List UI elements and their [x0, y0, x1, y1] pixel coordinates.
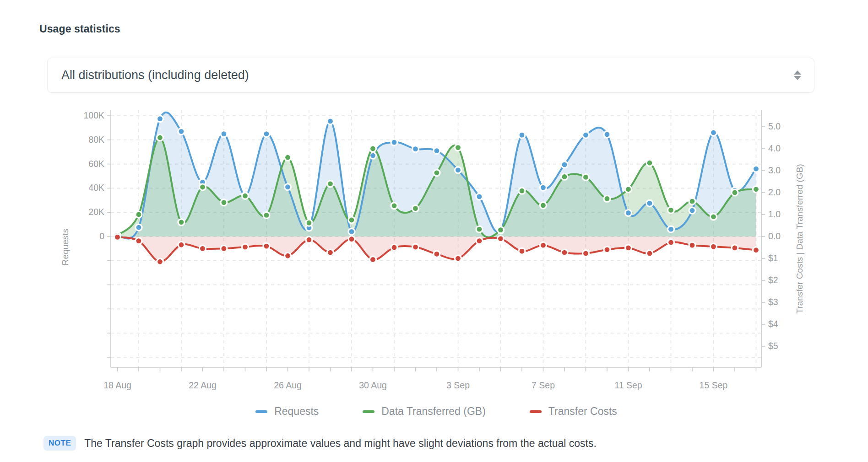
x-axis-tick-label: 7 Sep — [532, 380, 555, 390]
requests-point[interactable] — [625, 210, 632, 216]
transfer-costs-point[interactable] — [646, 250, 653, 257]
transfer-costs-point[interactable] — [561, 249, 568, 256]
data-transferred-gb--point[interactable] — [412, 205, 419, 212]
requests-point[interactable] — [476, 193, 483, 200]
data-transferred-gb--point[interactable] — [285, 154, 291, 161]
transfer-costs-point[interactable] — [242, 244, 249, 250]
transfer-costs-point[interactable] — [732, 245, 738, 251]
transfer-costs-point[interactable] — [498, 236, 504, 242]
data-transferred-gb--point[interactable] — [242, 193, 249, 199]
data-transferred-gb--point[interactable] — [434, 170, 440, 176]
chart-canvas: 100K80K60K40K20K05.04.03.02.01.00.0$1$2$… — [0, 0, 868, 398]
transfer-costs-point[interactable] — [136, 238, 142, 244]
requests-point[interactable] — [519, 132, 525, 138]
transfer-costs-point[interactable] — [711, 243, 717, 250]
data-transferred-gb--point[interactable] — [200, 184, 206, 190]
data-transferred-gb--point[interactable] — [519, 188, 525, 194]
transfer-costs-point[interactable] — [370, 256, 376, 263]
right-axis-cost-tick-label: $5 — [768, 341, 778, 351]
transfer-costs-point[interactable] — [476, 238, 483, 244]
requests-point[interactable] — [646, 200, 653, 206]
transfer-costs-point[interactable] — [221, 245, 227, 252]
legend-item-data-transferred[interactable]: Data Transferred (GB) — [363, 405, 486, 418]
transfer-costs-point[interactable] — [583, 250, 589, 257]
requests-point[interactable] — [327, 118, 334, 124]
x-axis-tick-label: 26 Aug — [274, 380, 302, 390]
data-transferred-gb--point[interactable] — [455, 145, 461, 151]
requests-point[interactable] — [540, 184, 547, 191]
data-transferred-gb--point[interactable] — [561, 173, 568, 180]
requests-point[interactable] — [136, 224, 142, 231]
transfer-costs-point[interactable] — [519, 248, 525, 254]
data-transferred-gb--point[interactable] — [498, 227, 504, 233]
requests-point[interactable] — [561, 161, 568, 168]
transfer-costs-point[interactable] — [668, 239, 674, 246]
data-transferred-gb--point[interactable] — [732, 189, 738, 196]
transfer-costs-point[interactable] — [455, 255, 461, 262]
data-transferred-gb--point[interactable] — [646, 160, 653, 166]
left-axis-tick-label: 20K — [88, 207, 104, 217]
requests-point[interactable] — [221, 131, 227, 137]
requests-point[interactable] — [753, 166, 760, 172]
requests-point[interactable] — [668, 226, 674, 232]
data-transferred-gb--point[interactable] — [711, 214, 717, 220]
data-transferred-gb--point[interactable] — [689, 198, 695, 204]
data-transferred-gb--point[interactable] — [604, 195, 610, 202]
transfer-costs-point[interactable] — [753, 247, 760, 253]
data-transferred-gb--point[interactable] — [178, 219, 184, 226]
transfer-costs-point[interactable] — [263, 243, 270, 249]
data-transferred-gb--point[interactable] — [753, 186, 760, 193]
data-transferred-legend-label: Data Transferred (GB) — [381, 405, 486, 418]
requests-point[interactable] — [412, 146, 419, 152]
transfer-costs-point[interactable] — [540, 242, 547, 248]
requests-point[interactable] — [285, 184, 291, 190]
data-transferred-gb--point[interactable] — [157, 134, 163, 141]
transfer-costs-point[interactable] — [604, 247, 610, 253]
requests-point[interactable] — [583, 132, 589, 138]
data-transferred-gb--point[interactable] — [263, 212, 270, 218]
transfer-costs-point[interactable] — [200, 245, 206, 252]
left-axis-tick-label: 80K — [88, 134, 104, 145]
data-transferred-gb--point[interactable] — [540, 202, 547, 209]
requests-point[interactable] — [263, 131, 270, 137]
requests-point[interactable] — [689, 207, 695, 214]
data-transferred-gb--point[interactable] — [625, 186, 632, 193]
transfer-costs-point[interactable] — [114, 234, 121, 240]
requests-point[interactable] — [178, 128, 184, 134]
requests-point[interactable] — [391, 139, 397, 145]
left-axis-tick-label: 40K — [88, 183, 104, 193]
requests-point[interactable] — [157, 116, 163, 122]
x-axis-tick-label: 3 Sep — [446, 380, 470, 390]
transfer-costs-point[interactable] — [285, 252, 291, 259]
data-transferred-gb--point[interactable] — [306, 220, 312, 226]
requests-point[interactable] — [434, 148, 440, 154]
data-transferred-gb--point[interactable] — [370, 145, 376, 152]
transfer-costs-point[interactable] — [306, 236, 312, 243]
transfer-costs-point[interactable] — [412, 244, 419, 250]
x-axis-tick-label: 15 Sep — [700, 380, 728, 390]
data-transferred-gb--point[interactable] — [221, 199, 227, 206]
data-transferred-legend-swatch — [363, 410, 374, 413]
transfer-costs-point[interactable] — [327, 249, 334, 256]
requests-point[interactable] — [604, 131, 610, 138]
transfer-costs-point[interactable] — [348, 236, 355, 242]
transfer-costs-point[interactable] — [178, 242, 184, 248]
data-transferred-gb--point[interactable] — [136, 211, 142, 218]
requests-point[interactable] — [711, 129, 717, 136]
data-transferred-gb--point[interactable] — [327, 181, 334, 187]
right-axis-gb-tick-label: 0.0 — [768, 231, 781, 241]
transfer-costs-point[interactable] — [157, 258, 163, 265]
requests-point[interactable] — [455, 167, 461, 173]
data-transferred-gb--point[interactable] — [348, 217, 355, 223]
data-transferred-gb--point[interactable] — [476, 226, 483, 232]
data-transferred-gb--point[interactable] — [583, 174, 589, 180]
transfer-costs-point[interactable] — [689, 242, 695, 248]
data-transferred-gb--point[interactable] — [391, 203, 397, 209]
legend-item-requests[interactable]: Requests — [255, 405, 319, 418]
data-transferred-gb--point[interactable] — [668, 207, 674, 213]
transfer-costs-point[interactable] — [625, 245, 632, 251]
transfer-costs-point[interactable] — [391, 244, 397, 251]
transfer-costs-point[interactable] — [434, 251, 440, 257]
requests-point[interactable] — [348, 228, 355, 235]
legend-item-transfer-costs[interactable]: Transfer Costs — [530, 405, 617, 418]
